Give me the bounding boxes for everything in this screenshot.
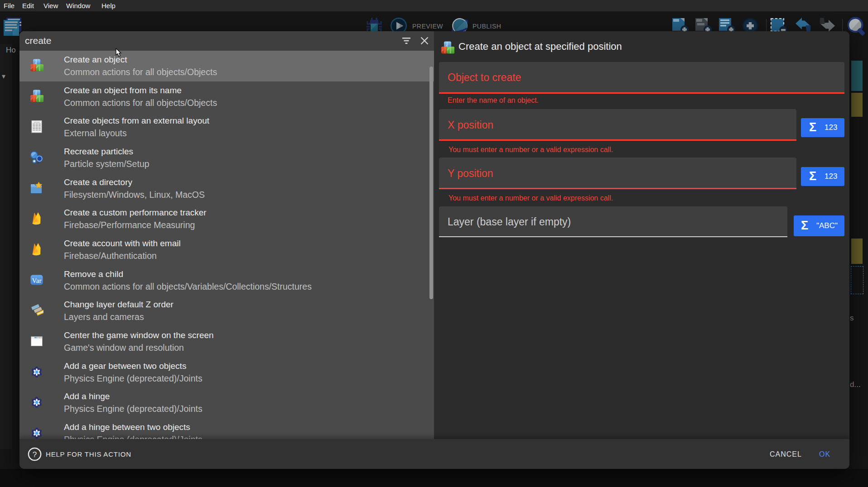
svg-text:?: ? [33,450,37,459]
